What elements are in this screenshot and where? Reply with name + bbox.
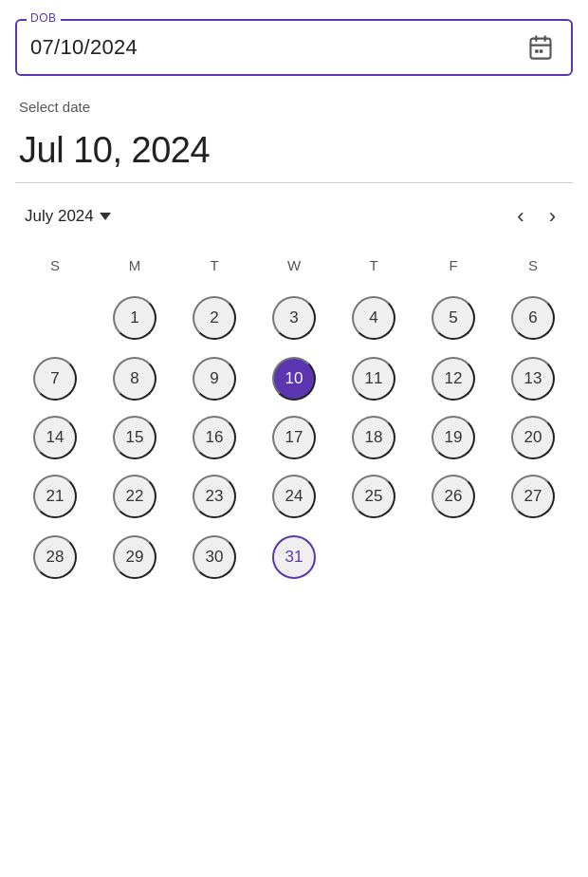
day-button-1[interactable]: 1 xyxy=(113,296,156,340)
calendar-header: July 2024 ‹ › xyxy=(15,200,573,233)
calendar-cell: 12 xyxy=(413,349,493,408)
calendar-cell: 13 xyxy=(493,349,573,408)
calendar-cell: 5 xyxy=(413,287,493,349)
calendar-cell: 20 xyxy=(493,408,573,467)
calendar-cell: 27 xyxy=(493,467,573,526)
day-button-11[interactable]: 11 xyxy=(352,357,395,401)
calendar-cell xyxy=(15,287,95,349)
month-year-button[interactable]: July 2024 xyxy=(25,207,111,226)
day-button-25[interactable]: 25 xyxy=(352,475,395,518)
calendar-cell: 4 xyxy=(334,287,413,349)
calendar-divider xyxy=(15,182,573,183)
day-button-21[interactable]: 21 xyxy=(33,475,77,518)
calendar-cell: 18 xyxy=(334,408,413,467)
selected-date-display: Jul 10, 2024 xyxy=(15,130,573,171)
day-button-31[interactable]: 31 xyxy=(272,535,316,579)
weekday-wed: W xyxy=(254,252,334,287)
calendar-cell: 31 xyxy=(254,526,334,588)
calendar-cell: 3 xyxy=(254,287,334,349)
calendar-cell: 23 xyxy=(175,467,254,526)
calendar-week-4: 21222324252627 xyxy=(15,467,573,526)
svg-rect-4 xyxy=(535,49,539,53)
day-button-13[interactable]: 13 xyxy=(511,357,555,401)
calendar-cell: 19 xyxy=(413,408,493,467)
select-date-label: Select date xyxy=(15,99,573,115)
weekdays-row: S M T W T F S xyxy=(15,252,573,287)
calendar-cell: 11 xyxy=(334,349,413,408)
calendar-cell: 7 xyxy=(15,349,95,408)
calendar-cell: 10 xyxy=(254,349,334,408)
calendar-body: 1234567891011121314151617181920212223242… xyxy=(15,287,573,588)
calendar-cell xyxy=(413,526,493,588)
day-button-18[interactable]: 18 xyxy=(352,416,395,459)
page-container: DOB 07/10/2024 Select date Jul 10, 2024 … xyxy=(0,0,588,607)
day-button-7[interactable]: 7 xyxy=(33,357,77,401)
day-button-5[interactable]: 5 xyxy=(432,296,475,340)
day-button-20[interactable]: 20 xyxy=(511,416,555,459)
chevron-down-icon xyxy=(100,213,111,220)
day-button-12[interactable]: 12 xyxy=(432,357,475,401)
day-button-28[interactable]: 28 xyxy=(33,535,77,579)
calendar-week-2: 78910111213 xyxy=(15,349,573,408)
day-button-4[interactable]: 4 xyxy=(352,296,395,340)
day-button-23[interactable]: 23 xyxy=(193,475,236,518)
calendar-cell xyxy=(334,526,413,588)
calendar-cell: 9 xyxy=(175,349,254,408)
day-button-17[interactable]: 17 xyxy=(272,416,316,459)
calendar-cell: 15 xyxy=(95,408,175,467)
prev-month-button[interactable]: ‹ xyxy=(509,200,531,233)
day-button-26[interactable]: 26 xyxy=(432,475,475,518)
day-button-30[interactable]: 30 xyxy=(193,535,236,579)
calendar-grid: S M T W T F S 12345678910111213141516171… xyxy=(15,252,573,588)
day-button-14[interactable]: 14 xyxy=(33,416,77,459)
calendar-cell: 1 xyxy=(95,287,175,349)
month-year-label: July 2024 xyxy=(25,207,94,226)
calendar-cell: 26 xyxy=(413,467,493,526)
svg-rect-0 xyxy=(531,39,551,59)
day-button-19[interactable]: 19 xyxy=(432,416,475,459)
weekday-thu: T xyxy=(334,252,413,287)
day-button-9[interactable]: 9 xyxy=(193,357,236,401)
calendar-cell: 29 xyxy=(95,526,175,588)
calendar-cell xyxy=(493,526,573,588)
empty-cell xyxy=(432,533,475,577)
weekday-fri: F xyxy=(413,252,493,287)
calendar-cell: 22 xyxy=(95,467,175,526)
calendar-cell: 17 xyxy=(254,408,334,467)
calendar-icon-button[interactable] xyxy=(524,30,558,65)
day-button-6[interactable]: 6 xyxy=(511,296,555,340)
calendar-cell: 28 xyxy=(15,526,95,588)
day-button-16[interactable]: 16 xyxy=(193,416,236,459)
day-button-2[interactable]: 2 xyxy=(193,296,236,340)
day-button-24[interactable]: 24 xyxy=(272,475,316,518)
empty-cell xyxy=(352,533,395,577)
calendar-nav: ‹ › xyxy=(509,200,563,233)
calendar-cell: 14 xyxy=(15,408,95,467)
calendar-cell: 8 xyxy=(95,349,175,408)
calendar-cell: 24 xyxy=(254,467,334,526)
empty-cell xyxy=(33,294,77,338)
day-button-15[interactable]: 15 xyxy=(113,416,156,459)
day-button-3[interactable]: 3 xyxy=(272,296,316,340)
day-button-22[interactable]: 22 xyxy=(113,475,156,518)
calendar-icon xyxy=(527,34,554,61)
calendar-cell: 30 xyxy=(175,526,254,588)
weekday-tue: T xyxy=(175,252,254,287)
empty-cell xyxy=(511,533,555,577)
dob-value: 07/10/2024 xyxy=(30,35,138,60)
day-button-27[interactable]: 27 xyxy=(511,475,555,518)
calendar-week-1: 123456 xyxy=(15,287,573,349)
day-button-8[interactable]: 8 xyxy=(113,357,156,401)
calendar-week-5: 28293031 xyxy=(15,526,573,588)
calendar-cell: 16 xyxy=(175,408,254,467)
day-button-10[interactable]: 10 xyxy=(272,357,316,401)
weekday-sun: S xyxy=(15,252,95,287)
day-button-29[interactable]: 29 xyxy=(113,535,156,579)
svg-rect-5 xyxy=(540,49,543,53)
next-month-button[interactable]: › xyxy=(542,200,563,233)
calendar-cell: 6 xyxy=(493,287,573,349)
calendar-week-3: 14151617181920 xyxy=(15,408,573,467)
calendar-cell: 25 xyxy=(334,467,413,526)
weekday-sat: S xyxy=(493,252,573,287)
weekday-mon: M xyxy=(95,252,175,287)
